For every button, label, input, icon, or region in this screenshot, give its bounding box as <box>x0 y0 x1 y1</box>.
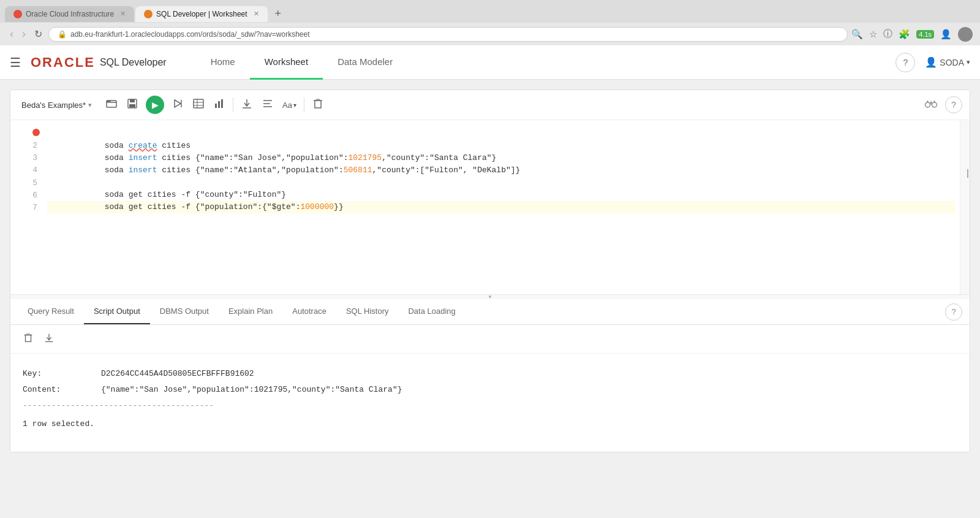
reload-button[interactable]: ↻ <box>32 27 45 41</box>
svg-marker-5 <box>175 100 181 107</box>
toolbar-right-spacer: ? <box>921 96 962 114</box>
tab-home-label: Home <box>211 56 235 67</box>
sql-tab-close[interactable]: ✕ <box>254 10 259 18</box>
result-row-key: Key: D2C264CC445A4D50805ECFBFFFB91602 <box>23 366 957 382</box>
user-avatar[interactable] <box>958 27 973 42</box>
results-clear-icon <box>23 332 34 343</box>
content-label: Content: <box>23 382 96 398</box>
line-numbers: 1 2 3 4 5 6 7 <box>10 120 42 294</box>
code-lines[interactable]: soda create cities soda insert cities {"… <box>42 120 960 294</box>
oci-favicon <box>13 10 22 18</box>
header-help-button[interactable]: ? <box>895 53 915 72</box>
new-tab-button[interactable]: + <box>269 5 288 23</box>
results-panel: Query Result Script Output DBMS Output E… <box>10 299 970 452</box>
results-clear-button[interactable] <box>20 330 36 348</box>
line-num-2: 2 <box>10 140 37 152</box>
oci-tab-label: Oracle Cloud Infrastructure <box>26 10 114 18</box>
browser-tab-sql[interactable]: SQL Developer | Worksheet ✕ <box>135 6 268 22</box>
key-label: Key: <box>23 366 96 382</box>
table-icon <box>192 97 205 110</box>
url-bar[interactable]: 🔒 adb.eu-frankfurt-1.oraclecloudapps.com… <box>48 27 848 42</box>
tab-explain-plan-label: Explain Plan <box>228 307 273 316</box>
font-button[interactable]: Aa ▾ <box>279 98 300 112</box>
oci-tab-close[interactable]: ✕ <box>120 10 126 18</box>
worksheet-container: Beda's Examples* ▾ ▶ <box>10 90 970 452</box>
worksheet-chevron-icon: ▾ <box>88 101 92 109</box>
hamburger-icon[interactable]: ☰ <box>10 55 21 70</box>
download-icon <box>241 97 253 110</box>
svg-rect-13 <box>221 99 223 108</box>
browser-actions: 🔍 ☆ ⓘ 🧩 4.1s 👤 <box>851 27 973 42</box>
toolbar-sep2 <box>304 97 304 112</box>
tab-home[interactable]: Home <box>196 45 250 80</box>
oracle-text: ORACLE <box>31 55 95 70</box>
run-statement-button[interactable] <box>168 95 187 115</box>
tab-explain-plan[interactable]: Explain Plan <box>219 299 282 324</box>
profile-icon[interactable]: 👤 <box>940 29 952 40</box>
oracle-logo: ORACLE SQL Developer <box>31 55 167 70</box>
run-button[interactable]: ▶ <box>146 96 164 114</box>
svg-rect-3 <box>130 99 135 102</box>
toolbar-help-button[interactable]: ? <box>945 96 962 113</box>
toolbar-sep1 <box>233 97 233 112</box>
results-tabs: Query Result Script Output DBMS Output E… <box>10 299 970 325</box>
svg-rect-11 <box>215 104 217 108</box>
result-divider: ---------------------------------------- <box>23 398 957 414</box>
font-chevron-icon: ▾ <box>293 102 296 109</box>
results-download-button[interactable] <box>41 330 57 348</box>
tab-script-output[interactable]: Script Output <box>84 299 150 324</box>
binoculars-button[interactable] <box>921 96 941 114</box>
tab-dbms-output-label: DBMS Output <box>160 307 209 316</box>
ext2-icon[interactable]: 4.1s <box>916 30 934 39</box>
chart-icon <box>213 97 225 110</box>
tab-autotrace[interactable]: Autotrace <box>282 299 336 324</box>
back-button[interactable]: ‹ <box>7 26 16 42</box>
user-name: SODA <box>940 58 964 67</box>
svg-point-21 <box>925 102 930 107</box>
binoculars-icon <box>924 98 938 109</box>
tab-data-loading-label: Data Loading <box>408 307 455 316</box>
result-row-content: Content: {"name":"San Jose","population"… <box>23 382 957 398</box>
tab-data-modeler[interactable]: Data Modeler <box>323 45 407 80</box>
open-icon <box>105 97 118 110</box>
tab-script-output-label: Script Output <box>94 307 140 316</box>
expand-handle[interactable]: ▼ <box>10 294 970 299</box>
code-line-5: soda get cities -f {"county":"Fulton"} <box>47 177 955 189</box>
format-icon <box>262 97 274 110</box>
tab-sql-history-label: SQL History <box>346 307 389 316</box>
chart-button[interactable] <box>209 95 229 115</box>
bookmark-icon[interactable]: ☆ <box>869 29 877 40</box>
save-icon <box>126 97 138 110</box>
error-indicator <box>32 129 40 136</box>
save-button[interactable] <box>123 95 142 115</box>
info-icon[interactable]: ⓘ <box>883 28 892 40</box>
forward-button[interactable]: › <box>20 26 28 42</box>
tab-query-result[interactable]: Query Result <box>18 299 84 324</box>
format-button[interactable] <box>258 95 277 115</box>
svg-rect-12 <box>218 101 220 108</box>
open-button[interactable] <box>102 95 121 115</box>
worksheet-name-button[interactable]: Beda's Examples* ▾ <box>18 98 96 112</box>
lock-icon: 🔒 <box>58 30 67 39</box>
browser-tab-oci[interactable]: Oracle Cloud Infrastructure ✕ <box>5 6 134 22</box>
result-row-count: 1 row selected. <box>23 416 957 432</box>
tab-worksheet[interactable]: Worksheet <box>250 45 323 80</box>
code-editor[interactable]: 1 2 3 4 5 6 7 soda create cities s <box>10 120 970 294</box>
worksheet-name-label: Beda's Examples* <box>21 101 86 110</box>
svg-rect-20 <box>316 99 320 101</box>
tab-sql-history[interactable]: SQL History <box>336 299 399 324</box>
download-button[interactable] <box>237 95 257 115</box>
tab-data-loading[interactable]: Data Loading <box>398 299 465 324</box>
search-icon[interactable]: 🔍 <box>851 29 863 40</box>
ext1-icon[interactable]: 🧩 <box>899 29 910 40</box>
app-header: ☰ ORACLE SQL Developer Home Worksheet Da… <box>0 45 980 80</box>
user-menu[interactable]: 👤 SODA ▾ <box>925 56 970 68</box>
code-line-1: soda create cities <box>47 128 955 140</box>
results-help-button[interactable]: ? <box>945 303 962 321</box>
table-button[interactable] <box>189 95 208 115</box>
code-padding <box>47 213 955 287</box>
delete-button[interactable] <box>308 95 328 115</box>
header-nav: Home Worksheet Data Modeler <box>196 45 407 80</box>
url-text: adb.eu-frankfurt-1.oraclecloudapps.com/o… <box>70 30 310 39</box>
tab-dbms-output[interactable]: DBMS Output <box>150 299 219 324</box>
